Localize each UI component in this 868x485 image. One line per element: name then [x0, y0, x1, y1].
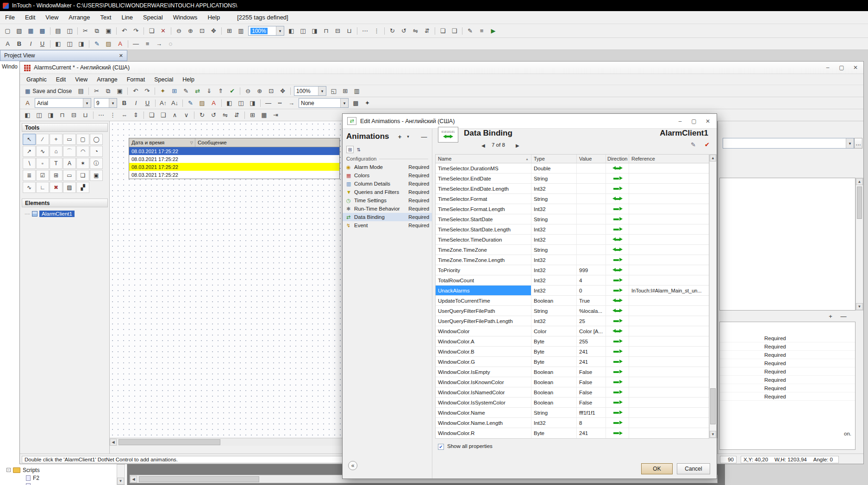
dropdown-icon[interactable]: ▾	[109, 99, 117, 107]
validate-icon[interactable]: ✔	[227, 86, 237, 96]
alarm-row[interactable]: 08.03.2021 17:25:22	[129, 163, 339, 171]
pan-icon[interactable]: ✥	[277, 86, 288, 96]
dropdown-icon[interactable]: ▾	[846, 138, 854, 148]
binding-row[interactable]: UserQueryFilterFilePath String %locala..…	[436, 306, 709, 316]
undo-icon[interactable]: ↶	[130, 86, 141, 96]
zoom-combo[interactable]: 100% ▾	[294, 86, 326, 96]
menu-item[interactable]: Special	[138, 12, 168, 23]
square-tool[interactable]: ▫	[36, 158, 49, 169]
add-animation-dropdown-icon[interactable]: ▾	[404, 132, 412, 141]
element-tree-item[interactable]: ┄┄ AlarmClient1	[25, 211, 75, 217]
info-tool[interactable]: ⓘ	[90, 158, 103, 169]
child-maximize-button[interactable]: ▢	[835, 63, 849, 72]
fill-color-icon[interactable]: ▨	[197, 98, 207, 108]
panel-remove-button[interactable]: —	[839, 312, 848, 320]
align-text-left-icon[interactable]: ◧	[224, 98, 235, 108]
scrollbar-thumb[interactable]	[857, 187, 862, 219]
animation-list-panel[interactable]	[719, 178, 856, 311]
wizard-icon[interactable]: ✦	[157, 86, 168, 96]
menu-item[interactable]: Edit	[20, 12, 40, 23]
show-grid-icon[interactable]: ▦	[259, 110, 269, 120]
pan-icon[interactable]: ✥	[208, 25, 219, 36]
zoom-out-icon[interactable]: ⊖	[243, 86, 253, 96]
open-window-icon[interactable]: ▧	[14, 25, 25, 36]
rotate-cw-icon[interactable]: ↻	[197, 110, 207, 120]
animation-config-row[interactable]: Required	[720, 359, 855, 367]
binding-row[interactable]: WindowColor.G Byte 241	[436, 357, 709, 367]
decrease-font-icon[interactable]: A↓	[169, 98, 180, 108]
grid-toggle-icon[interactable]: ⊞	[224, 25, 235, 36]
child-window-titlebar[interactable]: AlarmsCurrent * - Английский (США) –▢✕	[20, 62, 864, 74]
polygon-tool[interactable]: ⌂	[50, 146, 62, 157]
rounded-rectangle-tool[interactable]: ▢	[76, 134, 89, 145]
flip-horizontal-icon[interactable]: ⇋	[410, 25, 421, 36]
symbol-tool[interactable]: ✶	[76, 158, 89, 169]
import-icon[interactable]: ⇓	[204, 86, 214, 96]
distribute-horizontal-icon[interactable]: ⋯	[96, 110, 106, 120]
binding-row[interactable]: WindowColor.IsSystemColor Boolean False	[436, 398, 709, 408]
pie-tool[interactable]: ◔	[90, 146, 103, 157]
close-icon[interactable]: ✕	[119, 53, 123, 59]
config-item[interactable]: ↯ Event Required	[343, 221, 432, 230]
next-page-icon[interactable]: ▶	[516, 143, 519, 148]
align-top-icon[interactable]: ⊓	[57, 110, 68, 120]
align-middle-icon[interactable]: ⊟	[69, 110, 79, 120]
italic-icon[interactable]: I	[25, 38, 36, 49]
flip-horizontal-icon[interactable]: ⇋	[220, 110, 231, 120]
child-minimize-button[interactable]: –	[821, 63, 835, 72]
align-right-icon[interactable]: ◨	[45, 110, 56, 120]
sort-asc-icon[interactable]: ▲	[525, 157, 529, 161]
dialog-close-button[interactable]: ✕	[701, 117, 715, 126]
line-width-icon[interactable]: ≡	[142, 38, 153, 49]
increase-font-icon[interactable]: A↑	[158, 98, 169, 108]
underline-icon[interactable]: U	[37, 38, 48, 49]
scroll-up-icon[interactable]: ▲	[856, 178, 863, 185]
line-tool[interactable]: ∕	[36, 134, 49, 145]
tree-item-f2[interactable]: F2	[0, 474, 127, 482]
binding-row[interactable]: WindowColor.B Byte 241	[436, 347, 709, 357]
menu-item[interactable]: View	[40, 12, 63, 23]
binding-row[interactable]: TimeSelector.StartDate.Length Int32	[436, 224, 709, 235]
zoom-fit-icon[interactable]: ⊡	[266, 86, 276, 96]
tree-expander-icon[interactable]: −	[6, 468, 11, 472]
animation-config-row[interactable]: Required	[720, 342, 855, 351]
child-close-button[interactable]: ✕	[849, 63, 862, 72]
align-text-right-icon[interactable]: ◨	[247, 98, 258, 108]
alarm-column-datetime[interactable]: Дата и время ▽	[129, 138, 195, 147]
animation-links-icon[interactable]: ⇄	[192, 86, 203, 96]
binding-row[interactable]: WindowColor.IsKnownColor Boolean False	[436, 377, 709, 387]
dropdown-icon[interactable]: ▾	[340, 99, 348, 107]
binding-row[interactable]: WindowColor.IsNamedColor Boolean False	[436, 387, 709, 398]
space-vertical-icon[interactable]: ⋮	[371, 25, 382, 36]
dropdown-icon[interactable]: ▾	[83, 99, 91, 107]
same-width-icon[interactable]: ⇔	[119, 110, 130, 120]
checkbox-tool[interactable]: ☑	[36, 170, 49, 181]
menu-item[interactable]: Windows	[168, 12, 203, 23]
menu-item[interactable]: Arrange	[63, 12, 95, 23]
send-backward-icon[interactable]: ∨	[181, 110, 192, 120]
arrow-tool[interactable]: ↗	[23, 146, 36, 157]
show-all-properties-checkbox[interactable]: ✔	[438, 444, 444, 450]
menu-item[interactable]: Graphic	[22, 75, 51, 84]
menu-item[interactable]: Help	[178, 75, 199, 84]
sort-alphabetical-icon[interactable]: ⇅	[355, 146, 362, 153]
cut-icon[interactable]: ✂	[91, 86, 102, 96]
animation-config-row[interactable]: Required	[720, 334, 855, 342]
column-header-name[interactable]: Name ▲	[436, 155, 531, 163]
export-icon[interactable]: ⇑	[215, 86, 226, 96]
dropdown-icon[interactable]: ▾	[276, 26, 284, 35]
tagname-dictionary-icon[interactable]: ≡	[476, 25, 487, 36]
text-color-icon[interactable]: A	[115, 38, 125, 49]
line-style-icon[interactable]: —	[263, 98, 274, 108]
binding-row[interactable]: UnackAlarms Int32 0 InTouch:I#Alarm_Main…	[436, 286, 709, 296]
scroll-down-icon[interactable]: ▼	[117, 478, 124, 485]
bold-icon[interactable]: B	[14, 38, 25, 49]
dialog-titlebar[interactable]: ⇄ Edit Animations - Английский (США) –▢✕	[343, 114, 717, 129]
alarm-row[interactable]: 08.03.2021 17:25:22	[129, 155, 339, 163]
show-rulers-icon[interactable]: ▥	[351, 86, 362, 96]
format-painter-icon[interactable]: A	[22, 98, 33, 108]
binding-row[interactable]: WindowColor.A Byte 255	[436, 336, 709, 347]
animation-config-row[interactable]: Required	[720, 367, 855, 376]
save-and-close-button[interactable]: ▦ Save and Close	[22, 87, 75, 95]
bring-forward-icon[interactable]: ∧	[169, 110, 180, 120]
